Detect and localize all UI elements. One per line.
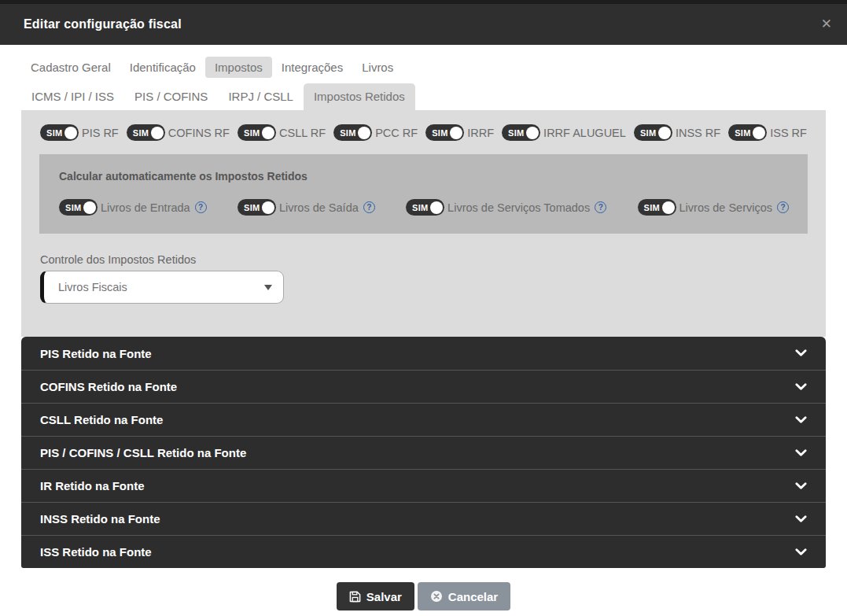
- chevron-down-icon: [795, 383, 807, 391]
- switch-state-label: SIM: [432, 128, 447, 138]
- switch-knob: [662, 201, 675, 214]
- toggle-pcc-rf: SIM PCC RF: [333, 124, 418, 141]
- chevron-down-icon: [795, 449, 807, 457]
- chevron-down-icon: [795, 482, 807, 490]
- inss-rf-switch[interactable]: SIM: [634, 124, 672, 141]
- toggle-csll-rf: SIM CSLL RF: [238, 124, 326, 141]
- chevron-down-icon: [795, 515, 807, 523]
- save-button[interactable]: Salvar: [337, 582, 414, 610]
- control-section: Controle dos Impostos Retidos Livros Fis…: [40, 253, 826, 304]
- accordion-title: IR Retido na Fonte: [40, 479, 795, 492]
- cofins-rf-switch[interactable]: SIM: [127, 124, 165, 141]
- tab-impostos[interactable]: Impostos: [205, 57, 272, 78]
- accordion-row-cofins[interactable]: COFINS Retido na Fonte: [21, 370, 826, 403]
- toggle-pis-rf: SIM PIS RF: [40, 124, 119, 141]
- iss-rf-switch[interactable]: SIM: [728, 124, 767, 141]
- auto-calc-panel: Calcular automaticamente os Impostos Ret…: [39, 154, 808, 234]
- pis-rf-switch[interactable]: SIM: [40, 124, 79, 141]
- switch-state-label: SIM: [46, 128, 62, 138]
- toggle-label: INSS RF: [676, 127, 720, 139]
- cancel-button[interactable]: Cancelar: [418, 582, 510, 610]
- switch-knob: [64, 127, 77, 139]
- toggle-label: IRRF ALUGUEL: [543, 127, 626, 139]
- toggle-irrf-aluguel: SIM IRRF ALUGUEL: [502, 124, 626, 141]
- accordion-row-pis-cofins-csll[interactable]: PIS / COFINS / CSLL Retido na Fonte: [21, 436, 826, 469]
- help-icon[interactable]: ?: [195, 201, 207, 213]
- retained-taxes-toggle-row: SIM PIS RF SIM COFINS RF SIM CSLL RF SIM: [21, 124, 826, 141]
- toggle-label: Livros de Entrada: [101, 201, 190, 214]
- accordion-row-pis[interactable]: PIS Retido na Fonte: [21, 337, 826, 370]
- save-button-label: Salvar: [366, 590, 402, 603]
- switch-knob: [753, 127, 765, 139]
- help-icon[interactable]: ?: [777, 201, 789, 213]
- accordion-row-iss[interactable]: ISS Retido na Fonte: [21, 535, 826, 568]
- irrf-aluguel-switch[interactable]: SIM: [502, 124, 540, 141]
- irrf-switch[interactable]: SIM: [425, 124, 464, 141]
- help-icon[interactable]: ?: [363, 201, 375, 213]
- select-value: Livros Fiscais: [58, 281, 264, 293]
- subtab-irpj-csll[interactable]: IRPJ / CSLL: [218, 83, 304, 110]
- help-icon[interactable]: ?: [595, 201, 606, 213]
- accordion-row-ir[interactable]: IR Retido na Fonte: [21, 469, 826, 502]
- subtab-impostos-retidos[interactable]: Impostos Retidos: [304, 83, 415, 110]
- switch-state-label: SIM: [735, 128, 750, 138]
- switch-state-label: SIM: [644, 203, 660, 212]
- tab-livros[interactable]: Livros: [352, 57, 403, 78]
- switch-state-label: SIM: [244, 203, 260, 212]
- modal-footer: Salvar Cancelar: [0, 582, 847, 610]
- toggle-label: COFINS RF: [168, 127, 230, 139]
- toggle-livros-servicos-tomados: SIM Livros de Serviços Tomados ?: [406, 199, 606, 216]
- tab-cadastro-geral[interactable]: Cadastro Geral: [21, 57, 120, 78]
- accordion-row-csll[interactable]: CSLL Retido na Fonte: [21, 403, 826, 436]
- subtab-icms-ipi-iss[interactable]: ICMS / IPI / ISS: [21, 83, 124, 110]
- toggle-label: Livros de Saída: [279, 201, 359, 214]
- caret-down-icon: [264, 285, 272, 290]
- tab-integracoes[interactable]: Integrações: [272, 57, 352, 78]
- pcc-rf-switch[interactable]: SIM: [333, 124, 372, 141]
- switch-knob: [658, 127, 671, 139]
- livros-servicos-switch[interactable]: SIM: [638, 199, 676, 216]
- switch-knob: [450, 127, 462, 139]
- toggle-cofins-rf: SIM COFINS RF: [127, 124, 230, 141]
- toggle-label: ISS RF: [770, 127, 807, 139]
- toggle-irrf: SIM IRRF: [425, 124, 494, 141]
- switch-knob: [83, 201, 96, 214]
- control-label: Controle dos Impostos Retidos: [40, 253, 826, 266]
- switch-state-label: SIM: [65, 203, 81, 212]
- accordion-title: COFINS Retido na Fonte: [40, 380, 795, 393]
- toggle-label: Livros de Serviços Tomados: [447, 201, 590, 214]
- accordion-title: PIS Retido na Fonte: [40, 347, 795, 360]
- switch-state-label: SIM: [640, 128, 656, 138]
- livros-saida-switch[interactable]: SIM: [238, 199, 276, 216]
- accordion-title: CSLL Retido na Fonte: [40, 413, 795, 426]
- cancel-button-label: Cancelar: [448, 590, 498, 603]
- modal-title: Editar configuração fiscal: [24, 17, 182, 31]
- switch-state-label: SIM: [244, 128, 260, 138]
- accordion-title: INSS Retido na Fonte: [40, 512, 795, 526]
- toggle-inss-rf: SIM INSS RF: [634, 124, 720, 141]
- switch-state-label: SIM: [412, 203, 428, 212]
- chevron-down-icon: [795, 548, 807, 556]
- switch-knob: [262, 201, 274, 214]
- switch-knob: [358, 127, 370, 139]
- toggle-label: PCC RF: [375, 127, 418, 139]
- switch-knob: [526, 127, 539, 139]
- tab-identificacao[interactable]: Identificação: [120, 57, 205, 78]
- retained-taxes-accordion: PIS Retido na Fonte COFINS Retido na Fon…: [21, 337, 826, 568]
- toggle-label: IRRF: [467, 127, 494, 139]
- controle-impostos-retidos-select[interactable]: Livros Fiscais: [40, 271, 284, 304]
- switch-state-label: SIM: [340, 128, 355, 138]
- livros-entrada-switch[interactable]: SIM: [59, 199, 98, 216]
- accordion-row-inss[interactable]: INSS Retido na Fonte: [21, 502, 826, 535]
- chevron-down-icon: [795, 416, 807, 424]
- close-icon[interactable]: ✕: [819, 15, 834, 33]
- livros-servicos-tomados-switch[interactable]: SIM: [406, 199, 444, 216]
- switch-state-label: SIM: [508, 128, 524, 138]
- toggle-iss-rf: SIM ISS RF: [728, 124, 807, 141]
- subtab-pis-cofins[interactable]: PIS / COFINS: [124, 83, 218, 110]
- toggle-livros-entrada: SIM Livros de Entrada ?: [59, 199, 207, 216]
- auto-calc-toggle-row: SIM Livros de Entrada ? SIM Livros de Sa…: [59, 199, 789, 216]
- impostos-retidos-pane: SIM PIS RF SIM COFINS RF SIM CSLL RF SIM: [21, 110, 826, 337]
- main-tab-bar: Cadastro Geral Identificação Impostos In…: [21, 57, 847, 78]
- csll-rf-switch[interactable]: SIM: [238, 124, 276, 141]
